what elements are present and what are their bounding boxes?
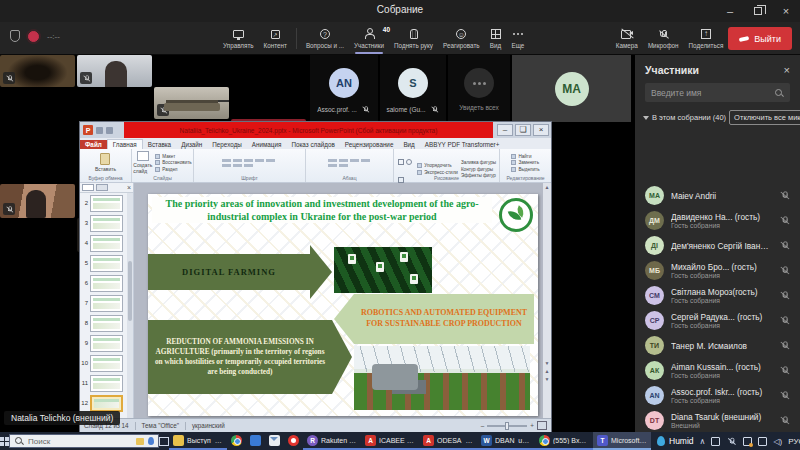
- taskbar-search[interactable]: [9, 434, 159, 448]
- tab-view[interactable]: Вид: [398, 140, 419, 149]
- see-all-tile[interactable]: Увидеть всех: [448, 55, 510, 122]
- taskbar-search-input[interactable]: [28, 437, 132, 446]
- minimize-button[interactable]: –: [716, 0, 744, 22]
- qa-button[interactable]: ?Вопросы и ...: [301, 22, 349, 55]
- taskbar-app-icabee-pdf[interactable]: AICABEE 20...: [361, 432, 419, 450]
- shape-fill-button[interactable]: Заливка фигуры: [461, 160, 496, 165]
- slide-thumbnail[interactable]: 8: [80, 313, 133, 333]
- taskbar-app-555-chrome[interactable]: (555) Вхо...: [535, 432, 593, 450]
- tray-photos-icon[interactable]: [743, 437, 752, 446]
- slide-thumbnail[interactable]: 11: [80, 373, 133, 393]
- taskbar-app-folder[interactable]: Выступ_13...: [169, 432, 227, 450]
- ppt-restore-button[interactable]: ❏: [515, 124, 531, 136]
- zoom-in-button[interactable]: +: [530, 422, 534, 429]
- content-button[interactable]: ↗Контент: [259, 22, 292, 55]
- view-button[interactable]: Вид: [485, 22, 507, 55]
- video-tile[interactable]: [77, 55, 152, 87]
- search-input[interactable]: [651, 88, 774, 98]
- arrange-button[interactable]: Упорядочить: [417, 163, 458, 168]
- tray-network-icon[interactable]: [758, 437, 767, 446]
- select-button[interactable]: Выделить: [511, 167, 539, 172]
- tray-display-icon[interactable]: [711, 437, 720, 446]
- taskbar-app-rakuten[interactable]: RRakuten V...: [303, 432, 361, 450]
- tray-expand-icon[interactable]: ∧: [700, 437, 706, 446]
- participant-tile-salome[interactable]: S salome (Gu...: [380, 55, 446, 122]
- zoom-out-button[interactable]: –: [481, 422, 485, 429]
- undo-icon[interactable]: [106, 127, 113, 134]
- participant-row[interactable]: MAMaiev Andrii: [635, 183, 800, 208]
- paste-button[interactable]: Вставить: [95, 153, 116, 172]
- mic-muted-icon[interactable]: [780, 366, 790, 376]
- participant-row[interactable]: ДІДем'яненко Сергій Іванович: [635, 233, 800, 258]
- language-indicator[interactable]: украинский: [192, 422, 225, 429]
- taskbar-app-dban-word[interactable]: WDBAN_ue...: [477, 432, 535, 450]
- mic-muted-icon[interactable]: [780, 291, 790, 301]
- mic-muted-icon[interactable]: [780, 416, 790, 426]
- thumbnail-scrollbar[interactable]: [127, 193, 133, 418]
- ppt-minimize-button[interactable]: –: [497, 124, 513, 136]
- start-button[interactable]: [0, 432, 9, 450]
- taskbar-app-chrome[interactable]: [227, 432, 246, 450]
- camera-button[interactable]: Камера: [611, 22, 643, 55]
- tab-abbyy[interactable]: ABBYY PDF Transformer+: [420, 140, 505, 149]
- section-button[interactable]: Раздел: [155, 167, 191, 172]
- weather-widget[interactable]: Humid: [651, 436, 700, 446]
- participant-row[interactable]: ANAssoc.prof. Iskr... (гость)Гость собра…: [635, 383, 800, 408]
- participant-row[interactable]: МБМихайло Бро... (гость)Гость собрания: [635, 258, 800, 283]
- participant-tile-an[interactable]: AN Assoc.prof. ...: [310, 55, 378, 122]
- mic-muted-icon[interactable]: [780, 316, 790, 326]
- participant-row[interactable]: DTDiana Tsaruk (внешний)Внешний: [635, 408, 800, 432]
- zoom-slider[interactable]: [487, 425, 527, 427]
- quick-styles-button[interactable]: Экспресс-стили: [417, 170, 458, 175]
- mic-muted-icon[interactable]: [780, 191, 790, 201]
- paragraph-controls[interactable]: [328, 159, 372, 167]
- tab-animations[interactable]: Анимация: [247, 140, 287, 149]
- taskbar-app-teams-active[interactable]: TMicrosoft ...: [593, 432, 651, 450]
- save-icon[interactable]: [96, 127, 103, 134]
- participant-row[interactable]: СМСвітлана Мороз(гость)Гость собрания: [635, 283, 800, 308]
- reset-button[interactable]: Восстановить: [155, 160, 191, 165]
- raise-hand-button[interactable]: Поднять руку: [389, 22, 438, 55]
- taskbar-app-opera[interactable]: [284, 432, 303, 450]
- participant-search[interactable]: [645, 83, 790, 102]
- slide-thumbnail[interactable]: 2: [80, 193, 133, 213]
- slide-thumbnail[interactable]: 6: [80, 273, 133, 293]
- slide-thumbnail-selected[interactable]: 12: [80, 393, 133, 413]
- taskbar-app-bluetile[interactable]: [246, 432, 265, 450]
- tab-slideshow[interactable]: Показ слайдов: [286, 140, 339, 149]
- fit-to-window-button[interactable]: [537, 421, 547, 430]
- mic-muted-icon[interactable]: [780, 391, 790, 401]
- panel-close-icon[interactable]: ×: [784, 64, 790, 76]
- video-tile[interactable]: [0, 184, 75, 218]
- slide-thumbnail[interactable]: 3: [80, 213, 133, 233]
- language-indicator[interactable]: РУС: [788, 437, 800, 446]
- tab-file[interactable]: Файл: [80, 140, 107, 149]
- new-slide-button[interactable]: Создать слайд: [133, 151, 152, 174]
- tab-home[interactable]: Главная: [107, 139, 143, 149]
- react-button[interactable]: ☺Реагировать: [438, 22, 485, 55]
- mute-all-button[interactable]: Отключить все мик...: [729, 110, 800, 125]
- close-button[interactable]: ×: [772, 0, 800, 22]
- tray-mic-icon[interactable]: [728, 437, 737, 446]
- pane-close-icon[interactable]: ×: [127, 184, 131, 191]
- leave-button[interactable]: Выйти: [728, 27, 792, 50]
- slide-thumbnail[interactable]: 10: [80, 353, 133, 373]
- video-tile[interactable]: [154, 87, 229, 119]
- mic-muted-icon[interactable]: [780, 341, 790, 351]
- slide-thumbnail[interactable]: 9: [80, 333, 133, 353]
- taskbar-app-mail[interactable]: [265, 432, 284, 450]
- tab-insert[interactable]: Вставка: [143, 140, 176, 149]
- share-button[interactable]: ↑Поделиться: [684, 22, 729, 55]
- layout-button[interactable]: Макет: [155, 154, 191, 159]
- chevron-down-icon[interactable]: [643, 116, 649, 120]
- microphone-button[interactable]: Микрофон: [643, 22, 684, 55]
- tab-transitions[interactable]: Переходы: [207, 140, 247, 149]
- participant-tile-ma[interactable]: MA: [512, 55, 631, 122]
- shape-outline-button[interactable]: Контур фигуры: [461, 167, 496, 172]
- find-button[interactable]: Найти: [511, 154, 539, 159]
- outline-tab[interactable]: [96, 184, 108, 191]
- task-view-button[interactable]: [159, 437, 169, 446]
- replace-button[interactable]: Заменить: [511, 160, 539, 165]
- slide-scrollbar[interactable]: ▲▼▲▼: [543, 183, 551, 418]
- slide-thumbnail[interactable]: 7: [80, 293, 133, 313]
